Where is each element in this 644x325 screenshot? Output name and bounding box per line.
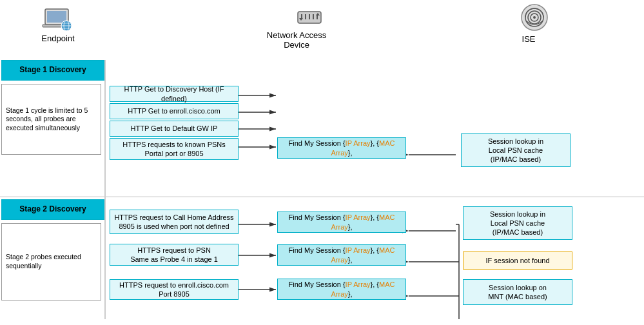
stage2-fms1: Find My Session {IP Array}, {MAC Array}, <box>277 212 406 233</box>
stage2-fms3: Find My Session {IP Array}, {MAC Array}, <box>277 279 406 300</box>
stage1-note: Stage 1 cycle is limited to 5 seconds, a… <box>1 84 101 155</box>
stage2-probe1: HTTPS request to Call Home Address 8905 … <box>110 210 239 234</box>
stage2-note: Stage 2 probes executed sequentially <box>1 223 101 300</box>
diagram: Endpoint Network Access Device <box>0 0 644 325</box>
stage1-probe4: HTTPS requests to known PSNs Portal port… <box>110 138 239 160</box>
stage1-probe1: HTTP Get to Discovery Host (IF defined) <box>110 86 239 102</box>
stage2-probe2: HTTPS request to PSN Same as Probe 4 in … <box>110 244 239 266</box>
stage2-ise-box1: Session lookup in Local PSN cache (IP/MA… <box>463 206 572 240</box>
stage1-probe2: HTTP Get to enroll.cisco.com <box>110 103 239 119</box>
svg-point-43 <box>533 16 536 19</box>
stage2-label: Stage 2 Discovery <box>1 199 104 220</box>
stage1-ise-box: Session lookup in Local PSN cache (IP/MA… <box>461 133 571 167</box>
ise-label: ISE <box>503 34 554 44</box>
stage1-fms: Find My Session {IP Array}, {MAC Array}, <box>277 137 406 159</box>
stage2-probe3: HTTPS request to enroll.cisco.com Port 8… <box>110 279 239 300</box>
svg-rect-24 <box>47 11 66 23</box>
stage2-ise-box2: IF session not found <box>463 251 572 270</box>
stage1-probe3: HTTP Get to Default GW IP <box>110 121 239 137</box>
ise-icon: ISE <box>503 3 554 44</box>
endpoint-icon: Endpoint <box>32 6 84 43</box>
endpoint-label: Endpoint <box>32 34 84 43</box>
nad-label: Network Access Device <box>258 30 335 50</box>
stage2-fms2: Find My Session {IP Array}, {MAC Array}, <box>277 244 406 266</box>
stage1-label: Stage 1 Discovery <box>1 60 104 81</box>
stage2-ise-box3: Session lookup on MNT (MAC based) <box>463 279 572 305</box>
nad-icon: Network Access Device <box>258 6 335 50</box>
